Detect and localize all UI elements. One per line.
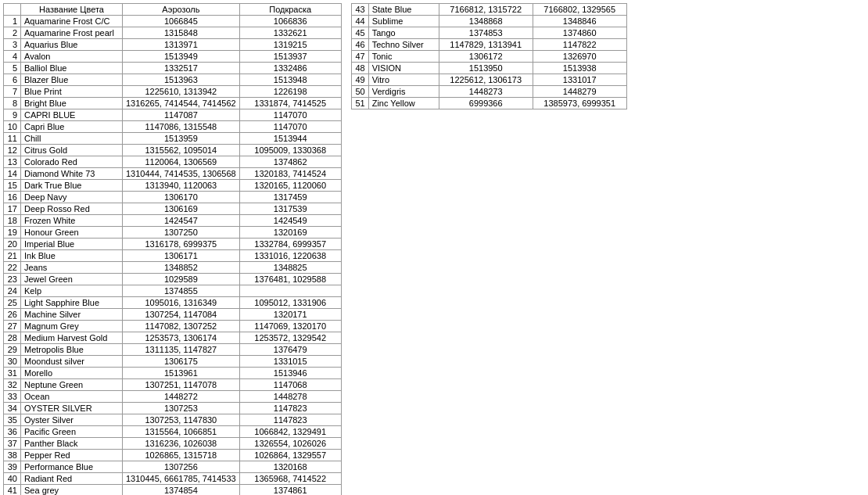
table-row: 51Zinc Yellow69993661385973, 6999351 bbox=[351, 98, 626, 109]
table-row: 10Capri Blue1147086, 13155481147070 bbox=[4, 121, 342, 133]
table-row: 3Aquarius Blue13139711319215 bbox=[4, 39, 342, 51]
table-row: 26Machine Silver1307254, 11470841320171 bbox=[4, 309, 342, 321]
table-row: 23Jewel Green10295891376481, 1029588 bbox=[4, 274, 342, 285]
table-row: 7Blue Print1225610, 13139421226198 bbox=[4, 86, 342, 98]
table-row: 50Verdigris14482731448279 bbox=[351, 86, 626, 98]
table-row: 38Pepper Red1026865, 13157181026864, 132… bbox=[4, 450, 342, 461]
main-header-name: Название Цвета bbox=[21, 4, 123, 16]
table-row: 8Bright Blue1316265, 7414544, 7414562133… bbox=[4, 98, 342, 109]
table-row: 14Diamond White 731310444, 7414535, 1306… bbox=[4, 168, 342, 180]
table-row: 20Imperial Blue1316178, 69993751332784, … bbox=[4, 239, 342, 250]
table-row: 36Pacific Green1315564, 10668511066842, … bbox=[4, 426, 342, 438]
table-row: 34OYSTER SILVER13072531147823 bbox=[4, 403, 342, 414]
table-row: 1Aquamarine Frost C/C10668451066836 bbox=[4, 16, 342, 27]
table-row: 2Aquamarine Frost pearl13158481332621 bbox=[4, 27, 342, 39]
table-row: 12Citrus Gold1315562, 10950141095009, 13… bbox=[4, 145, 342, 156]
table-row: 31Morello15139611513946 bbox=[4, 368, 342, 379]
table-row: 15Dark True Blue1313940, 11200631320165,… bbox=[4, 180, 342, 192]
table-row: 17Deep Rosso Red13061691317539 bbox=[4, 203, 342, 215]
table-row: 33Ocean14482721448278 bbox=[4, 391, 342, 403]
table-row: 4Avalon15139491513937 bbox=[4, 51, 342, 63]
table-row: 44Sublime13488681348846 bbox=[351, 16, 626, 27]
side-table: 43State Blue7166812, 13157227166802, 132… bbox=[351, 3, 627, 109]
main-header-aerosol: Аэрозоль bbox=[123, 4, 240, 16]
table-row: 11Chill15139591513944 bbox=[4, 133, 342, 145]
table-row: 40Radiant Red1310445, 6661785, 741453313… bbox=[4, 473, 342, 485]
table-row: 25Light Sapphire Blue1095016, 1316349109… bbox=[4, 297, 342, 309]
table-row: 22Jeans13488521348825 bbox=[4, 262, 342, 274]
table-row: 27Magnum Grey1147082, 13072521147069, 13… bbox=[4, 321, 342, 332]
table-row: 29Metropolis Blue1311135, 11478271376479 bbox=[4, 344, 342, 356]
table-row: 21Ink Blue13061711331016, 1220638 bbox=[4, 250, 342, 262]
table-row: 45Tango13748531374860 bbox=[351, 27, 626, 39]
table-row: 46Techno Silver1147829, 13139411147822 bbox=[351, 39, 626, 51]
table-row: 16Deep Navy13061701317459 bbox=[4, 192, 342, 203]
table-row: 19Honour Green13072501320169 bbox=[4, 227, 342, 239]
table-row: 32Neptune Green1307251, 11470781147068 bbox=[4, 379, 342, 391]
main-header-num bbox=[4, 4, 21, 16]
table-row: 49Vitro1225612, 13061731331017 bbox=[351, 74, 626, 86]
table-row: 9CAPRI BLUE11470871147070 bbox=[4, 109, 342, 121]
table-row: 13Colorado Red1120064, 13065691374862 bbox=[4, 156, 342, 168]
main-header-podkraska: Подкраска bbox=[239, 4, 341, 16]
table-row: 37Panther Black1316236, 10260381326554, … bbox=[4, 438, 342, 450]
main-table: Название Цвета Аэрозоль Подкраска 1Aquam… bbox=[3, 3, 342, 495]
table-row: 39Performance Blue13072561320168 bbox=[4, 461, 342, 473]
table-row: 48VISION15139501513938 bbox=[351, 63, 626, 74]
table-row: 18Frozen White14245471424549 bbox=[4, 215, 342, 227]
table-row: 6Blazer Blue15139631513948 bbox=[4, 74, 342, 86]
table-row: 47Tonic13061721326970 bbox=[351, 51, 626, 63]
table-row: 24Kelp1374855 bbox=[4, 285, 342, 297]
table-row: 43State Blue7166812, 13157227166802, 132… bbox=[351, 4, 626, 16]
table-row: 5Balliol Blue13325171332486 bbox=[4, 63, 342, 74]
table-row: 35Oyster Silver1307253, 11478301147823 bbox=[4, 414, 342, 426]
table-row: 30Moondust silver13061751331015 bbox=[4, 356, 342, 368]
table-row: 41Sea grey13748541374861 bbox=[4, 485, 342, 496]
table-row: 28Medium Harvest Gold1253573, 1306174125… bbox=[4, 332, 342, 344]
page-container: Название Цвета Аэрозоль Подкраска 1Aquam… bbox=[3, 3, 865, 495]
